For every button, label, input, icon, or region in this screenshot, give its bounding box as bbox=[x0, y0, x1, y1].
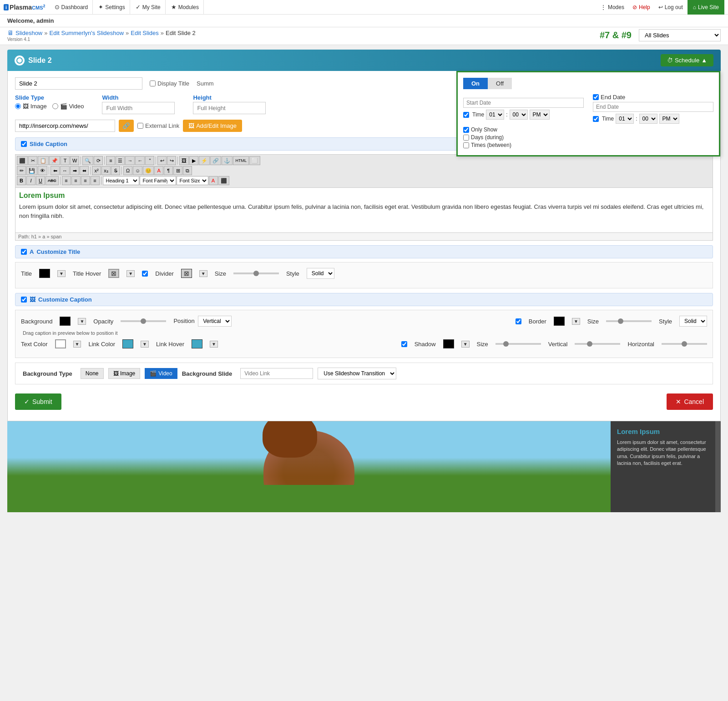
end-time-checkbox[interactable] bbox=[593, 116, 599, 122]
nav-modules[interactable]: ★ Modules bbox=[167, 0, 204, 15]
border-color-swatch[interactable] bbox=[554, 317, 565, 326]
add-edit-image-button[interactable]: 🖼 Add/Edit Image bbox=[183, 120, 242, 132]
tb-paste-word[interactable]: W bbox=[70, 156, 79, 165]
video-link-input[interactable] bbox=[240, 368, 313, 379]
submit-button[interactable]: ✓ Submit bbox=[15, 393, 61, 410]
tb-emoticon[interactable]: 😊 bbox=[143, 166, 154, 175]
bg-image-button[interactable]: 🖼 Image bbox=[108, 368, 141, 379]
title-size-slider[interactable] bbox=[233, 272, 279, 274]
tb-strikethrough[interactable]: S̶ bbox=[111, 166, 120, 175]
shadow-color-swatch[interactable] bbox=[443, 339, 454, 348]
video-radio-option[interactable]: 🎬 Video bbox=[52, 103, 84, 110]
title-hover-dropdown[interactable]: ▼ bbox=[126, 270, 135, 277]
breadcrumb-edit-slides[interactable]: Edit Slides bbox=[131, 30, 158, 36]
position-select[interactable]: Vertical bbox=[198, 316, 232, 327]
tb-anchor[interactable]: ⚓ bbox=[222, 156, 233, 165]
link-color-swatch[interactable] bbox=[122, 339, 133, 348]
divider-dropdown[interactable]: ▼ bbox=[199, 270, 207, 277]
nav-modes[interactable]: ⋮ Modes bbox=[597, 0, 628, 15]
tb-textcolor[interactable]: A bbox=[209, 176, 218, 185]
tb-redo[interactable]: ↪ bbox=[167, 156, 176, 165]
tb-fullscreen[interactable]: ⬜ bbox=[249, 156, 260, 165]
font-size-select[interactable]: Font Size bbox=[177, 176, 208, 185]
title-color-dropdown[interactable]: ▼ bbox=[57, 270, 66, 277]
font-family-select[interactable]: Font Family bbox=[140, 176, 176, 185]
tb-html[interactable]: HTML bbox=[233, 156, 249, 165]
tb-color[interactable]: A bbox=[154, 166, 163, 175]
tb-find[interactable]: 🔍 bbox=[82, 156, 93, 165]
tb-paste-text[interactable]: T bbox=[61, 156, 70, 165]
start-ampm-select[interactable]: PM bbox=[530, 110, 550, 120]
tb-sub[interactable]: x₂ bbox=[101, 166, 111, 175]
tb-ol[interactable]: ☰ bbox=[116, 156, 125, 165]
title-color-swatch[interactable] bbox=[39, 269, 50, 278]
only-show-checkbox[interactable] bbox=[463, 127, 469, 133]
shadow-size-slider[interactable] bbox=[495, 343, 541, 345]
tb-copy[interactable]: 📋 bbox=[38, 156, 49, 165]
slide-name-input[interactable] bbox=[15, 77, 142, 90]
customize-title-header[interactable]: A Customize Title bbox=[15, 245, 713, 258]
schedule-button[interactable]: ⏱ Schedule ▲ bbox=[661, 54, 713, 66]
divider-swatch[interactable]: ⊠ bbox=[181, 269, 192, 278]
tb-image[interactable]: 🖼 bbox=[179, 156, 189, 165]
tb-al[interactable]: ≡ bbox=[62, 176, 71, 185]
bg-none-button[interactable]: None bbox=[81, 368, 104, 379]
shadow-dropdown[interactable]: ▼ bbox=[461, 341, 470, 348]
tb-blockquote[interactable]: " bbox=[145, 156, 154, 165]
tb-flash[interactable]: ⚡ bbox=[199, 156, 210, 165]
days-checkbox[interactable] bbox=[463, 135, 469, 141]
live-site-button[interactable]: ⌂ Live Site bbox=[688, 0, 724, 15]
bg-video-button[interactable]: 🎬 Video bbox=[145, 368, 177, 379]
url-input[interactable] bbox=[15, 120, 115, 132]
shadow-checkbox[interactable] bbox=[401, 341, 407, 347]
tb-edit[interactable]: ✏ bbox=[17, 166, 26, 175]
text-color-swatch[interactable] bbox=[55, 339, 66, 348]
tb-ul[interactable]: ≡ bbox=[106, 156, 115, 165]
start-time-checkbox[interactable] bbox=[463, 112, 469, 118]
tb-align-j[interactable]: ⬌ bbox=[80, 166, 89, 175]
border-style-select[interactable]: Solid bbox=[679, 316, 707, 327]
vertical-slider[interactable] bbox=[575, 343, 620, 345]
cancel-button[interactable]: ✕ Cancel bbox=[667, 393, 713, 410]
link-button[interactable]: 🔗 bbox=[119, 120, 134, 132]
breadcrumb-edit-slideshow[interactable]: Edit Summerlyn's Slideshow bbox=[50, 30, 124, 36]
width-input[interactable] bbox=[102, 102, 175, 114]
nav-logout[interactable]: ↩ Log out bbox=[655, 0, 687, 15]
link-hover-dropdown[interactable]: ▼ bbox=[210, 341, 218, 348]
tb-u[interactable]: U bbox=[36, 176, 45, 185]
customize-title-checkbox[interactable] bbox=[21, 249, 27, 255]
transition-select[interactable]: Use Slideshow Transition bbox=[318, 368, 396, 379]
text-color-dropdown[interactable]: ▼ bbox=[73, 341, 81, 348]
tb-ac[interactable]: ≡ bbox=[71, 176, 81, 185]
nav-dashboard[interactable]: ⊙ Dashboard bbox=[50, 0, 93, 15]
breadcrumb-slideshow[interactable]: Slideshow bbox=[15, 30, 42, 36]
tb-preview[interactable]: 👁 bbox=[38, 166, 47, 175]
end-date-checkbox[interactable] bbox=[593, 94, 599, 100]
tb-media[interactable]: ▶ bbox=[189, 156, 198, 165]
start-hour-select[interactable]: 01 bbox=[486, 110, 504, 120]
tb-ar[interactable]: ≡ bbox=[81, 176, 90, 185]
end-min-select[interactable]: 00 bbox=[639, 114, 657, 124]
customize-caption-checkbox[interactable] bbox=[21, 297, 27, 303]
tb-bgcolor[interactable]: ⬛ bbox=[218, 176, 229, 185]
tb-layers[interactable]: ⧉ bbox=[183, 166, 192, 175]
tb-omega[interactable]: Ω bbox=[123, 166, 132, 175]
bg-color-swatch[interactable] bbox=[60, 317, 71, 326]
image-radio-option[interactable]: 🖼 Image bbox=[15, 103, 47, 110]
start-date-input[interactable] bbox=[463, 98, 584, 108]
tb-indent[interactable]: → bbox=[125, 156, 135, 165]
tb-align-c[interactable]: ↔ bbox=[60, 166, 70, 175]
on-button[interactable]: On bbox=[463, 78, 488, 89]
title-style-select[interactable]: Solid bbox=[307, 268, 334, 279]
height-input[interactable] bbox=[193, 102, 266, 114]
tb-cut[interactable]: ✂ bbox=[28, 156, 37, 165]
start-min-select[interactable]: 00 bbox=[510, 110, 528, 120]
tb-aj[interactable]: ≡ bbox=[91, 176, 100, 185]
tb-align-l[interactable]: ⬅ bbox=[51, 166, 60, 175]
external-link-checkbox[interactable] bbox=[137, 123, 143, 129]
bg-color-dropdown[interactable]: ▼ bbox=[78, 318, 86, 325]
tb-save[interactable]: 💾 bbox=[26, 166, 37, 175]
tb-bold[interactable]: ⬛ bbox=[17, 156, 28, 165]
tb-abc[interactable]: ABC bbox=[46, 176, 59, 185]
tb-undo[interactable]: ↩ bbox=[157, 156, 167, 165]
